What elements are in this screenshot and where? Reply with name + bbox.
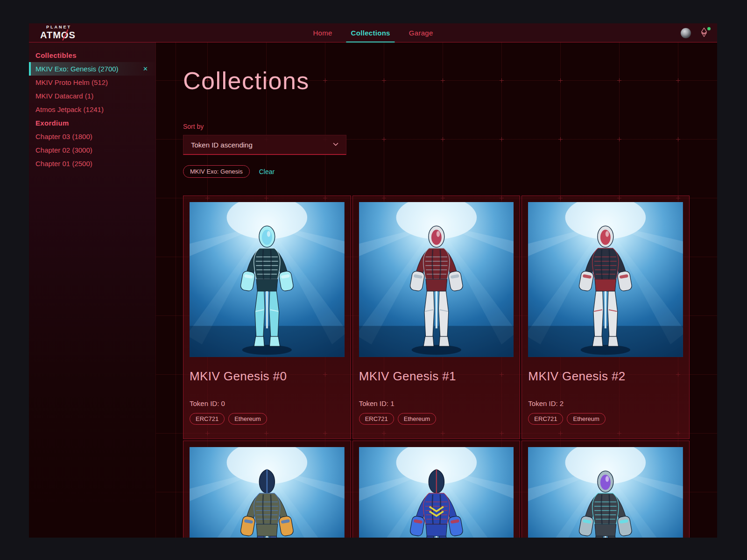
sidebar-item-label: MKIV Datacard (1)	[35, 89, 93, 103]
badge-row: ERC721Ethereum	[359, 413, 514, 425]
badge-ethereum: Ethereum	[398, 413, 436, 425]
wallet-button[interactable]	[698, 27, 710, 39]
sort-select-value: Token ID ascending	[191, 141, 253, 149]
badge-erc721: ERC721	[359, 413, 394, 425]
sidebar-item[interactable]: MKIV Exo: Genesis (2700)✕	[29, 62, 155, 76]
nft-image	[528, 202, 683, 357]
nft-card[interactable]: MKIV Genesis #2Token ID: 2ERC721Ethereum	[521, 196, 690, 439]
close-icon[interactable]: ✕	[142, 62, 149, 76]
logo-name-text: ATMOS	[40, 30, 76, 40]
sidebar-heading: Exordium	[29, 116, 155, 130]
sidebar-item-label: Atmos Jetpack (1241)	[35, 103, 104, 116]
sidebar-item-label: MKIV Proto Helm (512)	[35, 76, 108, 89]
active-filters: MKIV Exo: Genesis Clear	[183, 165, 717, 178]
connection-status-dot	[707, 27, 711, 30]
token-id-label: Token ID: 0	[190, 399, 345, 407]
chevron-down-icon	[332, 140, 339, 149]
nft-image	[359, 447, 514, 538]
nft-title: MKIV Genesis #0	[190, 369, 345, 384]
filter-chip[interactable]: MKIV Exo: Genesis	[183, 165, 250, 178]
sidebar-item[interactable]: Atmos Jetpack (1241)	[29, 103, 155, 116]
nav-item-home[interactable]: Home	[313, 23, 332, 42]
nft-title: MKIV Genesis #1	[359, 369, 514, 384]
badge-row: ERC721Ethereum	[190, 413, 345, 425]
main-area: Collections Sort by Token ID ascending M…	[156, 42, 717, 538]
nft-image	[190, 447, 345, 538]
sort-by-label: Sort by	[183, 123, 717, 130]
nft-card[interactable]	[183, 441, 351, 538]
token-id-label: Token ID: 2	[528, 399, 683, 407]
sidebar-heading: Collectibles	[29, 49, 155, 62]
badge-ethereum: Ethereum	[567, 413, 605, 425]
nft-image	[528, 447, 683, 538]
avatar[interactable]	[681, 28, 691, 38]
sidebar-item-label: Chapter 03 (1800)	[35, 130, 92, 143]
main-nav: HomeCollectionsGarage	[313, 23, 433, 42]
nft-card[interactable]: MKIV Genesis #1Token ID: 1ERC721Ethereum	[352, 196, 521, 439]
nft-image	[359, 202, 514, 357]
badge-erc721: ERC721	[190, 413, 225, 425]
nft-image	[190, 202, 345, 357]
page-title: Collections	[183, 68, 717, 94]
sidebar-item[interactable]: MKIV Datacard (1)	[29, 89, 155, 103]
nft-card[interactable]	[521, 441, 690, 538]
sidebar-item-label: MKIV Exo: Genesis (2700)	[35, 62, 119, 76]
nav-item-garage[interactable]: Garage	[409, 23, 433, 42]
sidebar: CollectiblesMKIV Exo: Genesis (2700)✕MKI…	[29, 42, 156, 538]
sidebar-item-label: Chapter 02 (3000)	[35, 143, 92, 157]
sidebar-item[interactable]: Chapter 01 (2500)	[29, 157, 155, 170]
main-content: Collections Sort by Token ID ascending M…	[156, 68, 717, 538]
header-icons	[681, 23, 710, 42]
clear-filters-link[interactable]: Clear	[259, 168, 275, 175]
badge-row: ERC721Ethereum	[528, 413, 683, 425]
nft-card[interactable]	[352, 441, 521, 538]
badge-ethereum: Ethereum	[228, 413, 267, 425]
token-id-label: Token ID: 1	[359, 399, 514, 407]
app-window: Collections Sort by Token ID ascending M…	[29, 23, 717, 538]
logo-top-text: PLANET	[40, 25, 76, 29]
planet-atmos-logo[interactable]: PLANET ATMOS	[40, 25, 76, 40]
nft-card[interactable]: MKIV Genesis #0Token ID: 0ERC721Ethereum	[183, 196, 351, 439]
sidebar-item-label: Chapter 01 (2500)	[35, 157, 92, 170]
card-grid: MKIV Genesis #0Token ID: 0ERC721Ethereum	[183, 196, 690, 538]
sort-select[interactable]: Token ID ascending	[183, 135, 346, 155]
nft-title: MKIV Genesis #2	[528, 369, 683, 384]
top-bar: PLANET ATMOS HomeCollectionsGarage	[29, 23, 717, 42]
sidebar-item[interactable]: Chapter 02 (3000)	[29, 143, 155, 157]
sidebar-item[interactable]: Chapter 03 (1800)	[29, 130, 155, 143]
nav-item-collections[interactable]: Collections	[351, 23, 390, 42]
sidebar-item[interactable]: MKIV Proto Helm (512)	[29, 76, 155, 89]
badge-erc721: ERC721	[528, 413, 563, 425]
